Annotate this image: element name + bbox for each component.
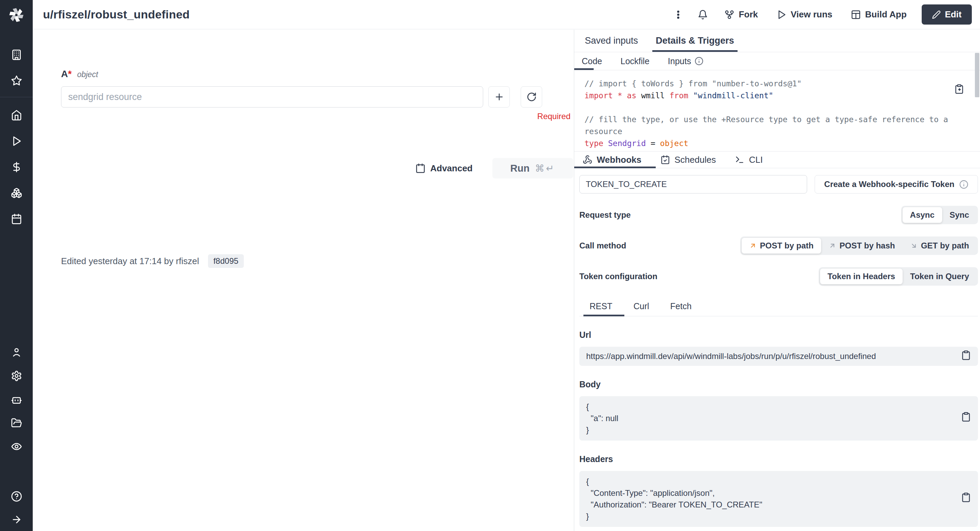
body-line-1: { (586, 402, 589, 411)
call-method-get-path[interactable]: GET by path (903, 238, 977, 254)
token-row: Create a Webhook-specific Token (579, 175, 978, 193)
run-label: Run (511, 163, 530, 174)
sidebar-item-workspace[interactable] (0, 41, 33, 68)
tab-cli[interactable]: CLI (735, 155, 762, 165)
sidebar-item-workers[interactable] (0, 387, 33, 411)
calendar-icon (11, 213, 22, 225)
copy-headers-button[interactable] (938, 481, 971, 517)
calendar-icon (415, 163, 426, 173)
folder-open-icon (11, 417, 22, 429)
headers-label: Headers (579, 454, 978, 464)
token-config-toggle: Token in Headers Token in Query (819, 267, 978, 285)
top-header: u/rfiszel/robust_undefined Fork View run… (33, 0, 980, 29)
play-icon (11, 136, 22, 147)
call-method-post-path[interactable]: POST by path (741, 238, 821, 254)
token-headers-label: Token in Headers (827, 272, 895, 281)
windmill-logo-icon[interactable] (0, 0, 33, 30)
more-menu-button[interactable] (668, 5, 688, 24)
tab-webhooks[interactable]: Webhooks (583, 155, 641, 165)
request-type-row: Request type Async Sync (579, 206, 978, 224)
tab-schedules[interactable]: Schedules (660, 155, 716, 165)
sidebar-item-audit-logs[interactable] (0, 435, 33, 458)
sidebar-item-folders[interactable] (0, 411, 33, 435)
notifications-button[interactable] (693, 5, 713, 24)
gear-icon (11, 370, 22, 381)
tab-inputs[interactable]: Inputs (668, 56, 703, 66)
sidebar-item-favorites[interactable] (0, 68, 33, 94)
webhook-section: Create a Webhook-specific Token Request … (574, 168, 980, 527)
tab-curl[interactable]: Curl (633, 301, 649, 316)
fork-button[interactable]: Fork (718, 5, 765, 24)
advanced-button[interactable]: Advanced (415, 163, 473, 174)
copy-body-button[interactable] (938, 400, 971, 437)
run-button[interactable]: Run ⌘↵ (492, 158, 573, 179)
post-by-hash-label: POST by hash (840, 241, 895, 250)
plus-icon (494, 92, 504, 102)
refresh-resource-button[interactable] (521, 86, 542, 107)
arrow-right-icon (11, 514, 22, 525)
sidebar-item-help[interactable] (0, 485, 33, 508)
body-line-2: "a": null (586, 414, 618, 423)
code-content: // import { toWords } from "number-to-wo… (584, 78, 955, 150)
copy-code-button[interactable] (954, 84, 964, 96)
tab-code[interactable]: Code (582, 56, 602, 66)
sidebar-item-variables[interactable] (0, 154, 33, 180)
terminal-icon (735, 155, 745, 164)
url-value: https://app.windmill.dev/api/w/windmill-… (586, 351, 876, 361)
tab-details-triggers[interactable]: Details & Triggers (656, 30, 734, 52)
tab-saved-inputs[interactable]: Saved inputs (585, 30, 638, 52)
sidebar-item-runs[interactable] (0, 128, 33, 154)
token-in-headers[interactable]: Token in Headers (820, 269, 903, 284)
active-trigger-underline (574, 167, 656, 168)
tab-fetch[interactable]: Fetch (670, 301, 692, 316)
robot-icon (11, 394, 22, 405)
request-type-sync[interactable]: Sync (942, 207, 977, 223)
code-comment-2: // fill the type, or use the +Resource t… (584, 115, 953, 136)
sidebar-top-group (0, 41, 33, 232)
create-webhook-token-button[interactable]: Create a Webhook-specific Token (815, 175, 978, 193)
rest-label: REST (590, 301, 612, 311)
arrow-up-right-icon (829, 242, 836, 249)
view-runs-button[interactable]: View runs (770, 5, 839, 24)
panel-scrollbar-thumb[interactable] (975, 53, 979, 97)
home-icon (11, 110, 22, 121)
call-method-post-hash[interactable]: POST by hash (821, 238, 903, 254)
help-circle-icon (11, 491, 22, 502)
code-viewer[interactable]: // import { toWords } from "number-to-wo… (574, 70, 980, 151)
tab-rest[interactable]: REST (590, 301, 612, 316)
request-type-toggle: Async Sync (901, 206, 978, 224)
sidebar-item-settings[interactable] (0, 364, 33, 387)
run-shortcut: ⌘↵ (535, 163, 555, 174)
lockfile-tab-label: Lockfile (620, 56, 649, 66)
token-input[interactable] (579, 175, 807, 193)
sidebar-item-resources[interactable] (0, 180, 33, 206)
run-actions-row: Advanced Run ⌘↵ (61, 158, 573, 179)
token-in-query[interactable]: Token in Query (903, 269, 977, 284)
eye-icon (11, 441, 22, 452)
copy-url-button[interactable] (961, 350, 971, 362)
cli-label: CLI (749, 155, 762, 165)
active-snippet-underline (584, 315, 624, 316)
version-hash-badge[interactable]: f8d095 (208, 254, 244, 268)
field-name: A (61, 69, 68, 80)
add-resource-button[interactable] (488, 86, 510, 107)
argument-form: A* object Required Advanced Run (61, 69, 575, 268)
build-app-button[interactable]: Build App (844, 5, 913, 24)
tab-lockfile[interactable]: Lockfile (620, 56, 649, 66)
request-type-async[interactable]: Async (903, 207, 942, 223)
sidebar-item-users[interactable] (0, 341, 33, 364)
required-hint: Required (61, 112, 571, 121)
token-config-label: Token configuration (579, 272, 657, 281)
details-triggers-label: Details & Triggers (656, 35, 734, 46)
build-app-label: Build App (865, 9, 907, 20)
code-type-name: Sendgrid (603, 139, 650, 148)
sidebar-item-schedules[interactable] (0, 206, 33, 232)
sidebar-item-expand[interactable] (0, 508, 33, 531)
edit-button[interactable]: Edit (922, 5, 972, 25)
dollar-icon (11, 161, 22, 173)
sidebar-item-home[interactable] (0, 102, 33, 128)
resource-input[interactable] (61, 86, 483, 107)
view-runs-label: View runs (791, 9, 832, 20)
required-asterisk: * (68, 69, 72, 80)
sidebar-middle-group (0, 341, 33, 458)
